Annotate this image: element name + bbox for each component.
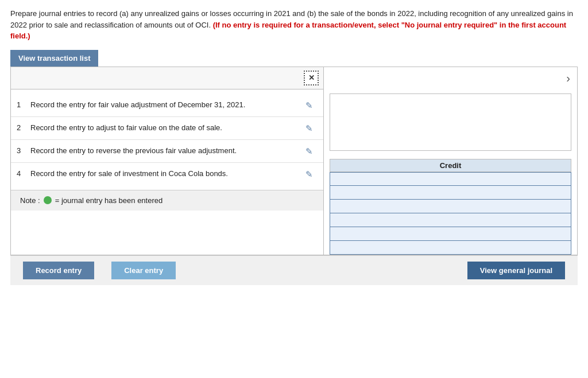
- credit-section: Credit: [330, 159, 571, 255]
- buttons-row: Record entry Clear entry View general jo…: [10, 255, 578, 285]
- top-bar: ✕: [11, 67, 323, 89]
- x-icon: ✕: [308, 73, 315, 82]
- main-area: ✕ 1Record the entry for fair value adjus…: [10, 67, 578, 255]
- entry-number: 1: [17, 100, 26, 109]
- credit-rows: [330, 172, 571, 255]
- right-content: Credit: [324, 88, 577, 255]
- credit-header: Credit: [330, 159, 571, 172]
- right-panel: › Credit: [324, 67, 577, 255]
- clear-entry-button[interactable]: Clear entry: [111, 262, 176, 279]
- close-icon-button[interactable]: ✕: [304, 71, 319, 85]
- credit-row-item[interactable]: [330, 200, 571, 213]
- credit-row-item[interactable]: [330, 241, 571, 255]
- edit-icon-button[interactable]: ✎: [304, 169, 314, 180]
- credit-row-item[interactable]: [330, 172, 571, 186]
- view-general-journal-button[interactable]: View general journal: [467, 262, 565, 279]
- edit-icon-button[interactable]: ✎: [304, 123, 314, 134]
- green-dot-icon: [44, 196, 52, 204]
- record-entry-button[interactable]: Record entry: [23, 262, 94, 279]
- entry-text: Record the entry to reverse the previous…: [30, 146, 300, 156]
- note-text: = journal entry has been entered: [55, 196, 163, 205]
- credit-row-item[interactable]: [330, 213, 571, 227]
- entry-row: 1Record the entry for fair value adjustm…: [11, 94, 323, 117]
- entry-number: 3: [17, 146, 26, 155]
- edit-icon-button[interactable]: ✎: [304, 100, 314, 111]
- entries-list: 1Record the entry for fair value adjustm…: [11, 89, 323, 190]
- note-label: Note :: [20, 196, 40, 205]
- entry-row: 3Record the entry to reverse the previou…: [11, 140, 323, 163]
- entry-number: 4: [17, 169, 26, 178]
- entry-text: Record the entry to adjust to fair value…: [30, 123, 300, 133]
- entry-row: 2Record the entry to adjust to fair valu…: [11, 117, 323, 140]
- entry-text: Record the entry for fair value adjustme…: [30, 100, 300, 110]
- chevron-right-icon[interactable]: ›: [564, 71, 572, 86]
- view-transaction-button[interactable]: View transaction list: [10, 50, 98, 67]
- edit-icon-button[interactable]: ✎: [304, 146, 314, 157]
- left-panel: ✕ 1Record the entry for fair value adjus…: [11, 67, 324, 255]
- entry-row: 4Record the entry for sale of investment…: [11, 163, 323, 185]
- entry-text: Record the entry for sale of investment …: [30, 169, 300, 179]
- note-row: Note : = journal entry has been entered: [11, 190, 323, 211]
- page-container: Prepare journal entries to record (a) an…: [0, 0, 588, 291]
- credit-row-item[interactable]: [330, 186, 571, 200]
- right-top-bar: ›: [324, 67, 577, 88]
- entry-number: 2: [17, 123, 26, 132]
- instructions-text: Prepare journal entries to record (a) an…: [10, 8, 573, 42]
- upper-box: [330, 93, 571, 151]
- credit-row-item[interactable]: [330, 227, 571, 241]
